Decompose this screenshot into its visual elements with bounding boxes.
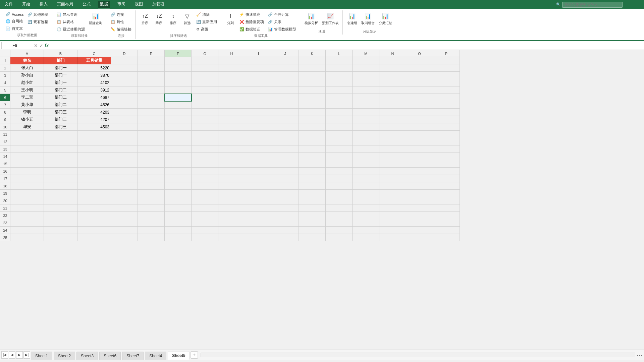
cell-G7[interactable] [192, 101, 218, 109]
cell-I6[interactable] [245, 94, 272, 101]
cell-K12[interactable] [299, 138, 326, 145]
cell-A12[interactable] [10, 138, 44, 145]
cell-H16[interactable] [218, 168, 245, 175]
cell-L20[interactable] [326, 197, 353, 204]
cell-D25[interactable] [111, 234, 138, 241]
menu-view[interactable]: 视图 [133, 1, 145, 8]
btn-sort-desc[interactable]: ↓Z 降序 [152, 11, 166, 26]
cell-J14[interactable] [272, 153, 299, 160]
cell-G18[interactable] [192, 182, 218, 190]
cell-D13[interactable] [111, 145, 138, 153]
row-number-9[interactable]: 9 [0, 116, 10, 123]
cell-O3[interactable] [406, 72, 433, 79]
cell-C10[interactable]: 4503 [77, 123, 111, 131]
cell-E21[interactable] [138, 204, 165, 212]
cell-K19[interactable] [299, 190, 326, 197]
cell-F5[interactable] [165, 86, 192, 94]
cell-O8[interactable] [406, 109, 433, 116]
cell-A15[interactable] [10, 160, 44, 168]
sheet-tab-sheet7[interactable]: Sheet7 [122, 352, 144, 360]
cell-E16[interactable] [138, 168, 165, 175]
cell-G6[interactable] [192, 94, 218, 101]
cell-J15[interactable] [272, 160, 299, 168]
cell-M3[interactable] [353, 72, 379, 79]
cell-E20[interactable] [138, 197, 165, 204]
cell-J22[interactable] [272, 212, 299, 219]
cell-J2[interactable] [272, 64, 299, 72]
cell-O14[interactable] [406, 153, 433, 160]
cell-H19[interactable] [218, 190, 245, 197]
cell-L16[interactable] [326, 168, 353, 175]
cell-P24[interactable] [433, 227, 460, 234]
btn-forecast-sheet[interactable]: 📈 预测工作表 [320, 11, 340, 26]
cell-I20[interactable] [245, 197, 272, 204]
row-number-22[interactable]: 22 [0, 212, 10, 219]
cell-L2[interactable] [326, 64, 353, 72]
cell-J19[interactable] [272, 190, 299, 197]
col-header-O[interactable]: O [406, 50, 433, 57]
col-header-C[interactable]: C [77, 50, 111, 57]
cell-D16[interactable] [111, 168, 138, 175]
cell-F1[interactable] [165, 57, 192, 64]
cell-K9[interactable] [299, 116, 326, 123]
cell-F13[interactable] [165, 145, 192, 153]
cell-B24[interactable] [44, 227, 77, 234]
cell-B9[interactable]: 部门三 [44, 116, 77, 123]
col-header-A[interactable]: A [10, 50, 44, 57]
cell-A13[interactable] [10, 145, 44, 153]
cell-A25[interactable] [10, 234, 44, 241]
col-header-F[interactable]: F [165, 50, 192, 57]
cell-F12[interactable] [165, 138, 192, 145]
cell-F2[interactable] [165, 64, 192, 72]
cell-B15[interactable] [44, 160, 77, 168]
btn-split-col[interactable]: ⫿ 分列 [224, 11, 237, 26]
cell-N16[interactable] [379, 168, 406, 175]
cell-G15[interactable] [192, 160, 218, 168]
cell-L25[interactable] [326, 234, 353, 241]
cell-M6[interactable] [353, 94, 379, 101]
cell-O20[interactable] [406, 197, 433, 204]
login-button[interactable] [628, 2, 632, 8]
cell-H25[interactable] [218, 234, 245, 241]
cell-J5[interactable] [272, 86, 299, 94]
sheet-nav-next[interactable]: ▶ [16, 351, 23, 359]
cell-A3[interactable]: 孙小白 [10, 72, 44, 79]
cell-D9[interactable] [111, 116, 138, 123]
cell-K13[interactable] [299, 145, 326, 153]
insert-function-icon[interactable]: fx [45, 43, 49, 48]
cell-E19[interactable] [138, 190, 165, 197]
cell-G25[interactable] [192, 234, 218, 241]
cell-N13[interactable] [379, 145, 406, 153]
btn-reapply[interactable]: 🔄 重新应用 [195, 18, 219, 25]
btn-edit-links[interactable]: ✏️ 编辑链接 [109, 26, 133, 33]
cell-M19[interactable] [353, 190, 379, 197]
cell-D3[interactable] [111, 72, 138, 79]
btn-advanced[interactable]: ⚙ 高级 [195, 26, 219, 33]
cell-E23[interactable] [138, 219, 165, 227]
cell-E1[interactable] [138, 57, 165, 64]
btn-connections[interactable]: 🔗 连接 [109, 11, 133, 18]
cell-L6[interactable] [326, 94, 353, 101]
cell-F10[interactable] [165, 123, 192, 131]
cell-O11[interactable] [406, 131, 433, 138]
cell-F18[interactable] [165, 182, 192, 190]
row-number-18[interactable]: 18 [0, 182, 10, 190]
row-number-2[interactable]: 2 [0, 64, 10, 72]
confirm-formula-icon[interactable]: ✓ [39, 43, 43, 48]
btn-subtotal[interactable]: 📊 分类汇总 [377, 11, 394, 26]
cell-B2[interactable]: 部门一 [44, 64, 77, 72]
cell-B25[interactable] [44, 234, 77, 241]
cell-J4[interactable] [272, 79, 299, 86]
cell-I18[interactable] [245, 182, 272, 190]
cell-H8[interactable] [218, 109, 245, 116]
btn-other-sources[interactable]: 🔗 其他来源 [26, 11, 50, 18]
cell-J24[interactable] [272, 227, 299, 234]
cell-A21[interactable] [10, 204, 44, 212]
cell-O12[interactable] [406, 138, 433, 145]
col-header-N[interactable]: N [379, 50, 406, 57]
cell-L21[interactable] [326, 204, 353, 212]
cell-I12[interactable] [245, 138, 272, 145]
cell-J11[interactable] [272, 131, 299, 138]
cell-H10[interactable] [218, 123, 245, 131]
cell-K16[interactable] [299, 168, 326, 175]
